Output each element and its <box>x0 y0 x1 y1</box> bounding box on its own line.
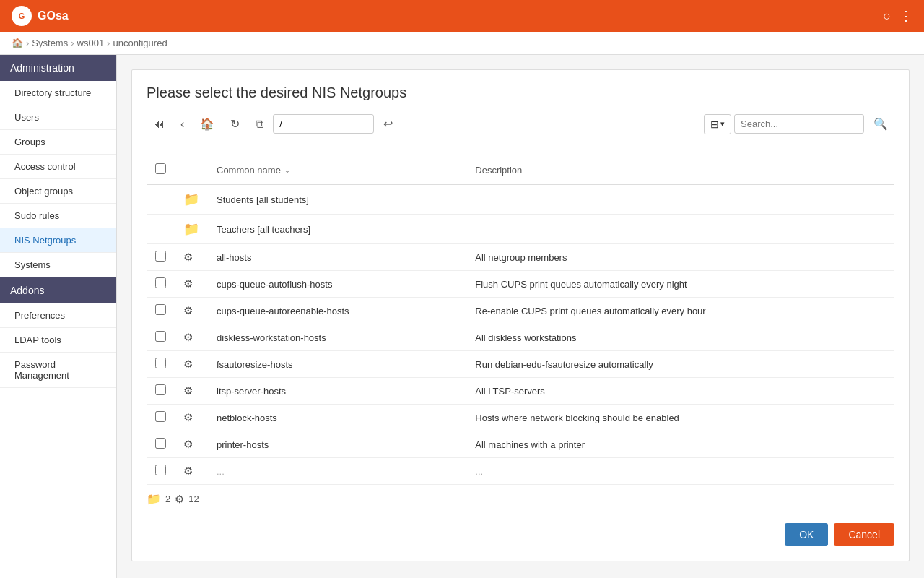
row-description: All machines with a printer <box>466 431 894 458</box>
first-page-button[interactable]: ⏮ <box>147 113 171 135</box>
sidebar-item-preferences[interactable]: Preferences <box>0 303 116 328</box>
content-area: Please select the desired NIS Netgroups … <box>117 55 924 578</box>
table-footer: 📁 2 ⚙ 12 <box>147 485 894 509</box>
sidebar-item-systems[interactable]: Systems <box>0 253 116 277</box>
netgroup-icon: ⚙ <box>183 331 193 343</box>
sort-icon: ⌄ <box>284 165 291 175</box>
row-name[interactable]: cups-queue-autoflush-hosts <box>208 271 466 298</box>
row-description: ... <box>466 458 894 485</box>
netgroup-icon: ⚙ <box>183 304 193 316</box>
row-name[interactable]: netblock-hosts <box>208 405 466 431</box>
home-nav-button[interactable]: 🏠 <box>193 113 221 135</box>
sidebar-admin-items: Directory structureUsersGroupsAccess con… <box>0 81 116 277</box>
row-name[interactable]: ... <box>208 458 466 485</box>
select-all-checkbox[interactable] <box>155 163 166 174</box>
circle-icon[interactable]: ○ <box>883 9 891 24</box>
page-title: Please select the desired NIS Netgroups <box>147 85 894 101</box>
row-checkbox[interactable] <box>155 384 166 395</box>
breadcrumb-systems[interactable]: Systems <box>32 38 68 48</box>
sidebar-item-sudo-rules[interactable]: Sudo rules <box>0 204 116 228</box>
menu-icon[interactable]: ⋮ <box>899 8 912 24</box>
netgroup-icon: ⚙ <box>183 251 193 263</box>
sidebar-item-users[interactable]: Users <box>0 105 116 130</box>
row-checkbox[interactable] <box>155 331 166 342</box>
row-description: All netgroup members <box>466 244 894 271</box>
row-description <box>466 215 894 244</box>
sidebar-section-admin: Administration <box>0 55 116 81</box>
filter-icon: ⊟ <box>710 118 719 130</box>
description-header: Description <box>466 156 894 184</box>
search-input[interactable] <box>734 114 864 134</box>
row-checkbox[interactable] <box>155 465 166 475</box>
row-description: All LTSP-servers <box>466 378 894 405</box>
breadcrumb-unconfigured: unconfigured <box>113 38 167 48</box>
app-title: GOsa <box>38 9 69 22</box>
sidebar-section-addons: Addons <box>0 277 116 303</box>
netgroup-icon: ⚙ <box>183 411 193 423</box>
row-name[interactable]: ltsp-server-hosts <box>208 378 466 405</box>
row-name[interactable]: fsautoresize-hosts <box>208 351 466 378</box>
breadcrumb-ws001[interactable]: ws001 <box>77 38 105 48</box>
sidebar-item-object-groups[interactable]: Object groups <box>0 179 116 204</box>
folder-icon: 📁 <box>183 222 199 236</box>
prev-page-button[interactable]: ‹ <box>174 113 191 135</box>
netgroup-count: 12 <box>188 493 199 504</box>
row-description <box>466 184 894 215</box>
path-input[interactable] <box>273 114 374 134</box>
row-name[interactable]: Students [all students] <box>208 184 466 215</box>
row-checkbox[interactable] <box>155 251 166 262</box>
row-checkbox[interactable] <box>155 411 166 422</box>
topbar-right: ○ ⋮ <box>883 8 912 24</box>
data-table: Common name ⌄ Description 📁 Students [al… <box>147 156 894 485</box>
sidebar-item-password-management[interactable]: Password Management <box>0 353 116 388</box>
copy-button[interactable]: ⧉ <box>249 113 270 135</box>
search-button[interactable]: 🔍 <box>867 113 894 135</box>
row-name[interactable]: cups-queue-autoreenable-hosts <box>208 298 466 324</box>
netgroup-icon: ⚙ <box>183 438 193 450</box>
main-layout: Administration Directory structureUsersG… <box>0 55 924 578</box>
table-row: ⚙ ... ... <box>147 458 894 485</box>
sidebar-item-groups[interactable]: Groups <box>0 130 116 155</box>
table-row: ⚙ printer-hosts All machines with a prin… <box>147 431 894 458</box>
folder-icon: 📁 <box>183 192 199 207</box>
topbar-left: G GOsa <box>12 6 69 26</box>
table-row: ⚙ diskless-workstation-hosts All diskles… <box>147 324 894 351</box>
table-row: 📁 Students [all students] <box>147 184 894 215</box>
sidebar-addon-items: PreferencesLDAP toolsPassword Management <box>0 303 116 388</box>
reload-button[interactable]: ↻ <box>224 113 246 135</box>
sidebar-item-access-control[interactable]: Access control <box>0 155 116 179</box>
icon-col-header <box>175 156 208 184</box>
folder-count: 2 <box>165 493 170 504</box>
filter-button[interactable]: ⊟ ▾ <box>704 114 731 134</box>
row-checkbox[interactable] <box>155 358 166 368</box>
row-name[interactable]: all-hosts <box>208 244 466 271</box>
table-row: ⚙ all-hosts All netgroup members <box>147 244 894 271</box>
sidebar-item-directory-structure[interactable]: Directory structure <box>0 81 116 105</box>
row-name[interactable]: printer-hosts <box>208 431 466 458</box>
row-checkbox[interactable] <box>155 304 166 315</box>
go-button[interactable]: ↩ <box>377 113 399 135</box>
sep1: › <box>26 38 29 48</box>
table-row: 📁 Teachers [all teachers] <box>147 215 894 244</box>
cancel-button[interactable]: Cancel <box>834 523 894 546</box>
table-row: ⚙ netblock-hosts Hosts where network blo… <box>147 405 894 431</box>
common-name-header[interactable]: Common name ⌄ <box>208 156 466 184</box>
row-checkbox[interactable] <box>155 277 166 288</box>
logo-icon: G <box>12 6 32 26</box>
sidebar-item-ldap-tools[interactable]: LDAP tools <box>0 328 116 353</box>
sidebar-item-nis-netgroups[interactable]: NIS Netgroups <box>0 228 116 253</box>
row-checkbox[interactable] <box>155 438 166 449</box>
toolbar: ⏮ ‹ 🏠 ↻ ⧉ ↩ ⊟ ▾ 🔍 <box>147 113 894 144</box>
row-name[interactable]: diskless-workstation-hosts <box>208 324 466 351</box>
table-row: ⚙ fsautoresize-hosts Run debian-edu-fsau… <box>147 351 894 378</box>
folder-footer-icon: 📁 <box>147 492 161 506</box>
home-icon[interactable]: 🏠 <box>12 38 23 48</box>
sep2: › <box>71 38 74 48</box>
row-description: All diskless workstations <box>466 324 894 351</box>
sep3: › <box>107 38 110 48</box>
row-description: Flush CUPS print queues automatically ev… <box>466 271 894 298</box>
breadcrumb: 🏠 › Systems › ws001 › unconfigured <box>0 32 924 55</box>
select-all-header <box>147 156 175 184</box>
row-name[interactable]: Teachers [all teachers] <box>208 215 466 244</box>
ok-button[interactable]: OK <box>785 523 828 546</box>
